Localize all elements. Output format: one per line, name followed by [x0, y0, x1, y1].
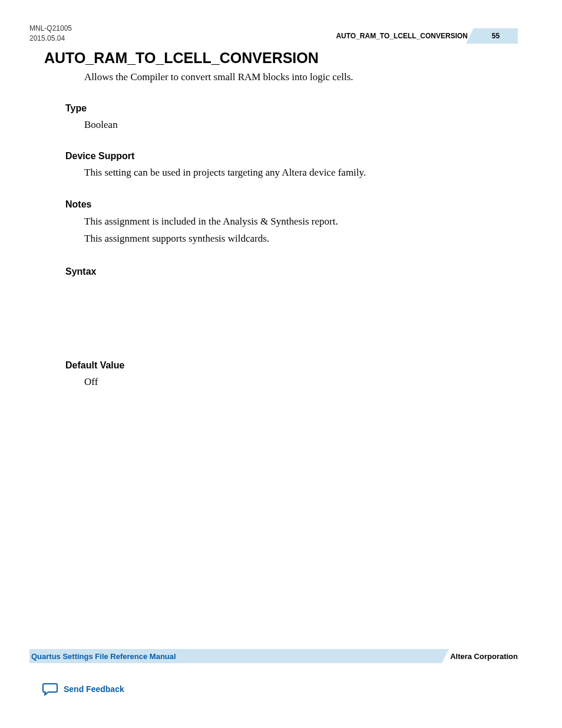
content-area: AUTO_RAM_TO_LCELL_CONVERSION Allows the …	[44, 50, 518, 408]
doc-id: MNL-Q21005	[29, 24, 72, 34]
comment-icon[interactable]	[42, 683, 58, 696]
footer-manual-title[interactable]: Quartus Settings File Reference Manual	[31, 652, 176, 661]
notes-line-1: This assignment is included in the Analy…	[84, 213, 518, 230]
notes-line-2: This assignment supports synthesis wildc…	[84, 230, 518, 248]
type-heading: Type	[65, 103, 518, 114]
doc-date: 2015.05.04	[29, 34, 72, 44]
default-value-heading: Default Value	[65, 360, 518, 371]
page-number-badge: 55	[474, 28, 518, 44]
type-value: Boolean	[84, 117, 518, 133]
header-right: AUTO_RAM_TO_LCELL_CONVERSION 55	[336, 28, 518, 44]
page-number-slash	[466, 28, 474, 44]
footer-bar: Quartus Settings File Reference Manual A…	[29, 649, 518, 663]
header-left: MNL-Q21005 2015.05.04	[29, 24, 72, 44]
intro-paragraph: Allows the Compiler to convert small RAM…	[84, 70, 518, 84]
default-value-text: Off	[84, 374, 518, 390]
syntax-empty-area	[44, 281, 518, 360]
device-support-heading: Device Support	[65, 151, 518, 162]
footer-company: Altera Corporation	[450, 652, 518, 661]
footer-blue-slash	[442, 649, 449, 663]
send-feedback-link[interactable]: Send Feedback	[64, 684, 124, 694]
page-number: 55	[492, 32, 500, 40]
syntax-heading: Syntax	[65, 266, 518, 277]
device-support-value: This setting can be used in projects tar…	[84, 165, 518, 180]
feedback-row: Send Feedback	[42, 683, 124, 696]
main-heading: AUTO_RAM_TO_LCELL_CONVERSION	[44, 50, 518, 67]
notes-block: This assignment is included in the Analy…	[44, 213, 518, 248]
notes-heading: Notes	[65, 199, 518, 210]
header-title-right: AUTO_RAM_TO_LCELL_CONVERSION	[336, 32, 468, 40]
